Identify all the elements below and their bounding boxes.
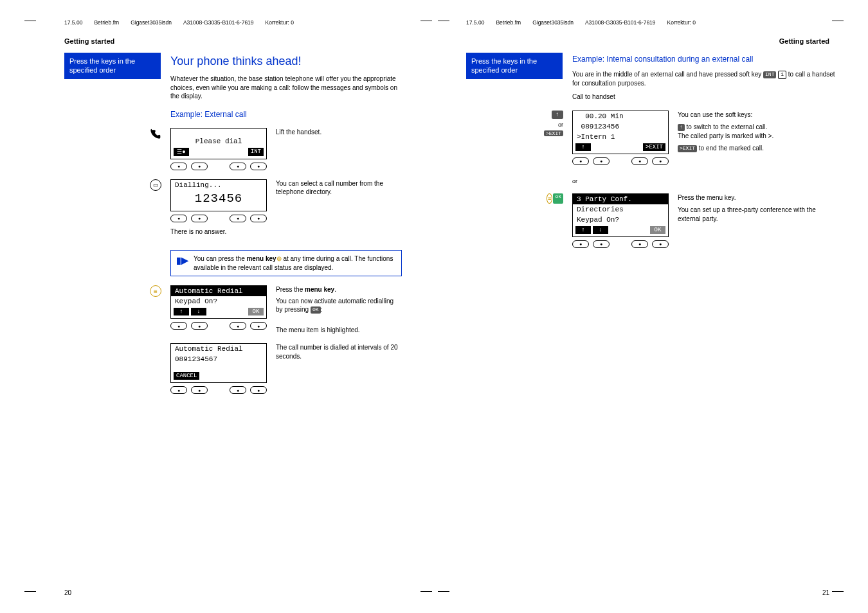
page-left: 17.5.00 Betrieb.fm Gigaset3035isdn A3100… (0, 0, 434, 613)
page-h1: Your phone thinks ahead! (170, 55, 402, 68)
softkey-cancel: CANCEL (174, 372, 199, 380)
hdr-date: 17.5.00 (64, 19, 82, 26)
softkey-int: INT (248, 148, 264, 156)
hw-buttons (572, 240, 669, 248)
or-separator: or (572, 178, 836, 184)
hw-buttons (170, 322, 267, 330)
lcd-l1: 00.20 Min (573, 111, 668, 121)
lcd-dialling-text: Dialling... (171, 180, 266, 190)
hdr-korr: Korrektur: 0 (266, 19, 294, 26)
lcd-hl: Automatic Redial (171, 286, 266, 296)
hdr-doc: A31008-G3035-B101-6-7619 (183, 19, 254, 26)
int-key: INT (763, 71, 776, 78)
info-text: You can press the menu key⊜ at any time … (194, 254, 396, 272)
menu-key-icon: ⊜ (276, 255, 282, 262)
side-tab: Press the keys in the specified order (466, 53, 563, 79)
example-title: Example: Internal consultation during an… (572, 55, 836, 64)
step-three-party: ≡ok 3 Party Conf. Directories Keypad On?… (572, 193, 836, 248)
handset-icon (145, 128, 161, 141)
lcd-l2: Directories (573, 204, 668, 215)
lcd-please-dial: Please dial ☰● INT (170, 128, 267, 170)
info-box: ▮▶ You can press the menu key⊜ at any ti… (170, 250, 402, 276)
softkey-icons: ↑ or >EXIT (547, 111, 563, 136)
step-lift-handset: Please dial ☰● INT Lift the handset. (170, 128, 402, 170)
section-title: Getting started (779, 37, 829, 45)
lcd-l2: 089123456 (573, 121, 668, 132)
page-number: 21 (822, 589, 829, 596)
exit-key-inline: >EXIT (678, 145, 697, 152)
or-label: or (558, 121, 563, 128)
softkey-up: ↑ (575, 226, 591, 234)
lcd-redial: Automatic Redial 0891234567 CANCEL (170, 343, 267, 394)
lcd-auto-redial-menu: Automatic Redial Keypad On? ↑ ↓ OK (170, 285, 267, 330)
softkey-up: ↑ (174, 308, 189, 315)
example1-title: Example: External call (170, 110, 402, 119)
redial-text: The call number is dialled at intervals … (276, 343, 402, 360)
up-key-inline: ↑ (678, 124, 685, 131)
no-answer: There is no answer. (170, 227, 267, 236)
menu-key-icon: ≡ (145, 285, 161, 297)
intro-text: Whatever the situation, the base station… (170, 75, 402, 101)
hdr-file: Betrieb.fm (94, 19, 119, 26)
lcd-dialling: Dialling... 123456 There is no answer. (170, 179, 267, 242)
lcd-l2: 0891234567 (171, 354, 266, 364)
one-key: 1 (778, 71, 786, 79)
call-to: Call to handset (572, 93, 836, 102)
hw-buttons (170, 215, 267, 222)
step-redial: Automatic Redial 0891234567 CANCEL The c… (170, 343, 402, 394)
lcd-l1: Automatic Redial (171, 344, 266, 354)
softkey-up: ↑ (575, 143, 591, 151)
hw-buttons (170, 386, 267, 394)
consult-text: You can use the soft keys: ↑ to switch t… (678, 111, 836, 153)
lcd-consult: 00.20 Min 089123456 >Intern 1 ↑ >EXIT (572, 111, 669, 165)
lcd-l3: >Intern 1 (573, 132, 668, 142)
content-right: Example: Internal consultation during an… (572, 55, 836, 248)
exit-key-icon: >EXIT (544, 130, 563, 136)
lcd-three-party: 3 Party Conf. Directories Keypad On? ↑ ↓… (572, 193, 669, 248)
intro: You are in the middle of an external cal… (572, 70, 836, 87)
section-title: Getting started (64, 37, 114, 45)
step-text: Lift the handset. (276, 128, 402, 137)
softkey-ok: OK (248, 308, 264, 315)
hw-buttons (170, 163, 267, 170)
menu-ok-icon: ≡ok (547, 193, 563, 204)
softkey-down: ↓ (593, 226, 608, 234)
doc-header: 17.5.00 Betrieb.fm Gigaset3035isdn A3100… (466, 19, 804, 26)
step-directory: ▭ Dialling... 123456 There is no answer.… (170, 179, 402, 242)
menu-text: Press the menu key. You can now activate… (276, 285, 402, 334)
lcd-number: 123456 (171, 190, 266, 207)
step-consult: ↑ or >EXIT 00.20 Min 089123456 >Intern 1… (572, 111, 836, 165)
softkey-ok: OK (650, 226, 665, 234)
doc-header: 17.5.00 Betrieb.fm Gigaset3035isdn A3100… (64, 19, 402, 26)
directory-icon: ▭ (145, 179, 161, 191)
ok-key-inline: OK (311, 306, 321, 314)
page-number: 20 (64, 589, 71, 596)
dir-text: You can select a call number from the te… (276, 179, 402, 197)
lcd-text: Please dial (171, 136, 266, 147)
softkey-down: ↓ (191, 308, 206, 315)
softkey-exit: >EXIT (643, 143, 665, 151)
hdr-product: Gigaset3035isdn (131, 19, 172, 26)
hdr-doc: A31008-G3035-B101-6-7619 (585, 19, 656, 26)
info-arrow-icon: ▮▶ (176, 254, 188, 272)
page-right: 17.5.00 Betrieb.fm Gigaset3035isdn A3100… (434, 0, 868, 613)
side-tab: Press the keys in the specified order (64, 53, 161, 79)
up-key-icon: ↑ (552, 111, 563, 119)
content-left: Your phone thinks ahead! Whatever the si… (170, 55, 402, 394)
hw-buttons (572, 157, 669, 165)
hdr-product: Gigaset3035isdn (532, 19, 574, 26)
hdr-file: Betrieb.fm (496, 19, 521, 26)
hdr-date: 17.5.00 (466, 19, 484, 26)
lcd-l3: Keypad On? (573, 215, 668, 225)
hdr-korr: Korrektur: 0 (667, 19, 696, 26)
lcd-hl: 3 Party Conf. (573, 194, 668, 204)
three-party-text: Press the menu key. You can set up a thr… (678, 193, 836, 224)
lcd-l2: Keypad On? (171, 296, 266, 306)
softkey-left: ☰● (174, 148, 189, 156)
step-menu-key: ≡ Automatic Redial Keypad On? ↑ ↓ OK (170, 285, 402, 334)
